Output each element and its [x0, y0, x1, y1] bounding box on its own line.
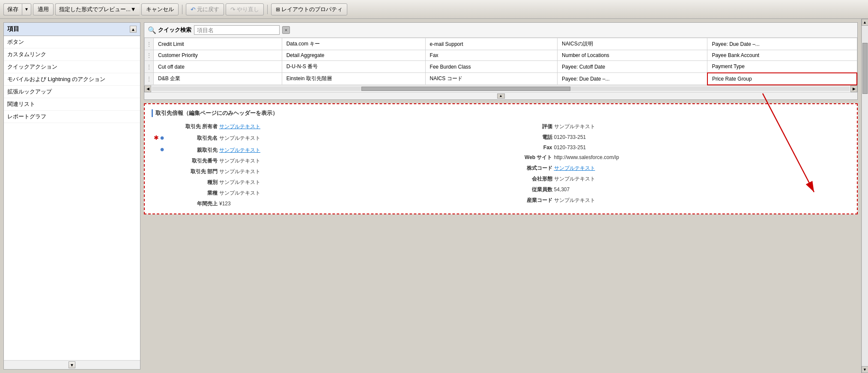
field-cell-2-4[interactable]: Payment Type — [707, 61, 857, 73]
field-cell-2-3[interactable]: Payee: Cutoff Date — [558, 61, 707, 73]
field-cell-3-0[interactable]: D&B 企業 — [154, 73, 282, 85]
preview-left-row-0: 取引先 所有者サンプルテキスト — [152, 122, 501, 131]
field-cell-3-4[interactable]: Price Rate Group — [707, 73, 857, 85]
layout-props-label: レイアウトのプロパティ — [281, 6, 343, 13]
preview-button[interactable]: 指定した形式でプレビュー...▼ — [55, 3, 140, 15]
field-cell-2-1[interactable]: D-U-N-S 番号 — [282, 61, 425, 73]
sidebar-item-5[interactable]: 関連リスト — [4, 98, 140, 111]
cancel-button[interactable]: キャンセル — [141, 3, 179, 15]
sidebar-scroll-up[interactable]: ▲ — [130, 26, 137, 33]
search-icon-wrap: 🔍 クイック検索 — [148, 26, 191, 34]
field-cell-2-0[interactable]: Cut off date — [154, 61, 282, 73]
sidebar-item-2[interactable]: クイックアクション — [4, 61, 140, 73]
horizontal-scrollbar: ◀ ▶ — [144, 85, 857, 92]
field-cell-1-4[interactable]: Payee Bank Account — [707, 50, 857, 61]
field-cell-3-2[interactable]: NAICS コード — [425, 73, 558, 85]
preview-left-row-3: 取引先番号サンプルテキスト — [152, 156, 501, 165]
preview-right-value-4[interactable]: サンプルテキスト — [554, 165, 595, 172]
field-cell-0-0[interactable]: Credit Limit — [154, 38, 282, 50]
field-cell-3-3[interactable]: Payee: Due Date –... — [558, 73, 707, 85]
preview-left-value-2[interactable]: サンプルテキスト — [219, 147, 260, 154]
preview-right-label-1: 電話 — [501, 134, 552, 141]
preview-right-value-5: サンプルテキスト — [554, 175, 595, 183]
preview-right-row-1: 電話0120-733-251 — [501, 133, 850, 142]
row-handle-0[interactable]: ⋮ — [145, 38, 154, 50]
field-cell-2-2[interactable]: Fee Burden Class — [425, 61, 558, 73]
preview-left-row-4: 取引先 部門サンプルテキスト — [152, 167, 501, 176]
redo-button[interactable]: ↷ やり直し — [226, 3, 264, 15]
field-cell-0-4[interactable]: Payee: Due Date –... — [707, 38, 857, 50]
field-cell-3-1[interactable]: Einstein 取引先階層 — [282, 73, 425, 85]
scroll-thumb[interactable] — [361, 87, 571, 91]
preview-left-label-0: 取引先 所有者 — [166, 123, 218, 130]
field-cell-1-2[interactable]: Fax — [425, 50, 558, 61]
preview-right-label-4: 株式コード — [501, 165, 552, 172]
preview-left-value-5: サンプルテキスト — [219, 179, 260, 186]
apply-button[interactable]: 適用 — [33, 3, 54, 15]
search-icon: 🔍 — [148, 26, 156, 34]
scroll-track — [152, 87, 850, 91]
preview-left-value-1: サンプルテキスト — [219, 135, 260, 142]
field-table-container: ⋮Credit LimitData.com キーe-mail SupportNA… — [144, 38, 857, 85]
preview-section: 取引先倍報（編集ページにのみヘッダーを表示） 取引先 所有者サンプルテキスト✱●… — [144, 103, 858, 214]
sidebar-item-4[interactable]: 拡張ルックアップ — [4, 86, 140, 98]
preview-right-label-7: 産業コード — [501, 197, 552, 204]
preview-right-label-6: 従業員数 — [501, 186, 552, 193]
preview-left-column: 取引先 所有者サンプルテキスト✱●取引先名サンプルテキスト●親取引先サンプルテキ… — [152, 122, 501, 208]
outer-scroll-down-button[interactable]: ▼ — [862, 366, 868, 373]
toolbar: 保存 ▼ 適用 指定した形式でプレビュー...▼ キャンセル ↶ 元に戻す ↷ … — [0, 0, 868, 19]
scroll-right-button[interactable]: ▶ — [850, 85, 857, 92]
preview-right-value-6: 54,307 — [554, 186, 570, 193]
redo-icon: ↷ — [230, 6, 236, 13]
separator-1 — [182, 5, 182, 14]
undo-button[interactable]: ↶ 元に戻す — [186, 3, 224, 15]
scroll-left-button[interactable]: ◀ — [144, 85, 151, 92]
clear-search-button[interactable]: × — [282, 26, 290, 34]
save-split-button[interactable]: 保存 ▼ — [3, 3, 31, 15]
sidebar-item-1[interactable]: カスタムリンク — [4, 48, 140, 61]
field-cell-1-3[interactable]: Number of Locations — [558, 50, 707, 61]
preview-right-row-6: 従業員数54,307 — [501, 185, 850, 194]
preview-right-value-0: サンプルテキスト — [554, 123, 595, 130]
preview-right-row-4: 株式コードサンプルテキスト — [501, 164, 850, 173]
search-label: クイック検索 — [158, 26, 191, 34]
field-cell-0-1[interactable]: Data.com キー — [282, 38, 425, 50]
preview-left-row-1: ✱●取引先名サンプルテキスト — [152, 133, 501, 143]
field-cell-0-2[interactable]: e-mail Support — [425, 38, 558, 50]
preview-left-row-7: 年間売上¥123 — [152, 199, 501, 208]
row-handle-1[interactable]: ⋮ — [145, 50, 154, 61]
sidebar-item-6[interactable]: レポートグラフ — [4, 111, 140, 123]
field-cell-0-3[interactable]: NAICSの説明 — [558, 38, 707, 50]
main-container: 保存 ▼ 適用 指定した形式でプレビュー...▼ キャンセル ↶ 元に戻す ↷ … — [0, 0, 868, 373]
sidebar-item-3[interactable]: モバイルおよび Lightning のアクション — [4, 73, 140, 86]
preview-right-row-5: 会社形態サンプルテキスト — [501, 174, 850, 183]
preview-left-row-5: 種別サンプルテキスト — [152, 178, 501, 187]
preview-left-value-0[interactable]: サンプルテキスト — [219, 123, 260, 130]
preview-left-row-6: 業種サンプルテキスト — [152, 189, 501, 198]
preview-right-value-3: http://www.salesforce.com/ip — [554, 154, 619, 160]
preview-right-column: 評価サンプルテキスト電話0120-733-251Fax0120-733-251W… — [501, 122, 850, 208]
save-dropdown-arrow[interactable]: ▼ — [22, 3, 31, 15]
undo-icon: ↶ — [191, 6, 196, 13]
preview-right-row-3: Web サイトhttp://www.salesforce.com/ip — [501, 153, 850, 162]
preview-left-label-1: 取引先名 — [166, 135, 218, 142]
preview-left-label-4: 取引先 部門 — [166, 168, 218, 175]
preview-right-label-0: 評価 — [501, 123, 552, 130]
row-handle-2[interactable]: ⋮ — [145, 61, 154, 73]
expand-button[interactable]: ▲ — [497, 93, 505, 99]
field-cell-1-1[interactable]: Detail Aggregate — [282, 50, 425, 61]
save-button[interactable]: 保存 — [3, 3, 22, 15]
search-input[interactable] — [194, 25, 280, 35]
sidebar-item-0[interactable]: ボタン — [4, 36, 140, 48]
layout-props-button[interactable]: ⊞ レイアウトのプロパティ — [271, 3, 347, 15]
preview-split-button[interactable]: 指定した形式でプレビュー...▼ — [55, 3, 140, 15]
preview-left-value-7: ¥123 — [219, 201, 231, 207]
sidebar-scroll-down[interactable]: ▼ — [69, 361, 75, 368]
preview-right-row-2: Fax0120-733-251 — [501, 144, 850, 151]
row-handle-3[interactable]: ⋮ — [145, 73, 154, 85]
outer-scroll-up-button[interactable]: ▲ — [862, 19, 868, 26]
outer-scroll-thumb[interactable] — [862, 43, 868, 94]
field-cell-1-0[interactable]: Customer Priority — [154, 50, 282, 61]
redo-label: やり直し — [237, 6, 259, 13]
preview-right-row-7: 産業コードサンプルテキスト — [501, 196, 850, 205]
